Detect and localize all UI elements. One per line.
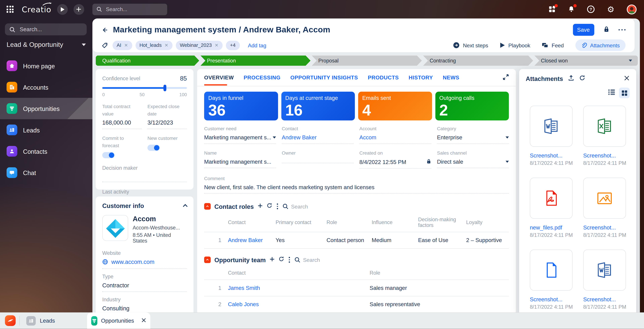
feed-button[interactable]: Feed [542, 42, 564, 48]
tab-history[interactable]: HISTORY [409, 74, 433, 85]
file-name-link[interactable]: Screenshot... [530, 153, 572, 159]
lock-icon[interactable] [603, 26, 609, 34]
contact-link[interactable]: Andrew Baker [228, 237, 276, 243]
customer-need-select[interactable]: Marketing management s... [204, 132, 276, 144]
contract-value-field[interactable]: 168,000.00 [102, 117, 142, 129]
collapse-section-icon[interactable] [204, 256, 211, 263]
metric-emails-sent[interactable]: Emails sent 4 [358, 92, 432, 120]
metric-outgoing-calls[interactable]: Outgoing calls 2 [435, 92, 509, 120]
add-tag-button[interactable]: Add tag [248, 42, 266, 48]
table-row[interactable]: 1 Andrew Baker Yes Contact person Medium… [204, 232, 509, 249]
creatio-taskbar-icon[interactable] [5, 315, 16, 326]
sidebar-search[interactable] [5, 24, 86, 36]
stage-qualification[interactable]: Qualification [96, 56, 199, 66]
remove-tag-icon[interactable]: ✕ [215, 43, 218, 48]
sales-channel-select[interactable]: Direct sale [437, 156, 509, 168]
contact-link[interactable]: James Smith [228, 285, 370, 291]
refresh-icon[interactable] [266, 203, 272, 210]
attachment-item[interactable]: Screenshot... 8/17/2022 4:11 PM [530, 250, 572, 310]
kebab-menu-icon[interactable] [289, 257, 290, 262]
app-launcher-icon[interactable] [549, 6, 556, 13]
metric-days-at-stage[interactable]: Days at current stage 16 [281, 92, 355, 120]
taskbar-tab-leads[interactable]: Leads [26, 312, 55, 329]
close-icon[interactable] [624, 75, 630, 82]
save-button[interactable]: Save [573, 24, 594, 36]
attachment-item[interactable]: Screenshot... 8/17/2022 4:11 PM [583, 178, 626, 238]
sidebar-item-opportunities[interactable]: Opportunities [0, 98, 92, 119]
expand-icon[interactable] [503, 74, 509, 82]
industry-field[interactable]: Consulting [102, 303, 187, 312]
add-icon[interactable] [270, 256, 275, 263]
attachment-item[interactable]: Screenshot... 8/17/2022 4:11 PM [583, 106, 626, 166]
generic-file-icon[interactable] [530, 250, 572, 291]
pdf-file-icon[interactable] [530, 178, 572, 219]
refresh-icon[interactable] [579, 75, 585, 83]
file-name-link[interactable]: new_files.pdf [530, 224, 572, 231]
word-file-icon[interactable] [583, 250, 626, 291]
image-file-icon[interactable] [583, 178, 626, 219]
playbook-button[interactable]: Playbook [500, 42, 530, 48]
settings-gear-icon[interactable]: ⚙ [607, 5, 614, 14]
new-customer-toggle[interactable] [148, 145, 160, 151]
section-search[interactable]: Search [294, 257, 320, 263]
slider-handle[interactable] [164, 85, 166, 91]
close-date-field[interactable]: 3/12/2023 [148, 117, 187, 129]
attachment-item[interactable]: new_files.pdf 8/17/2022 4:11 PM [530, 178, 572, 238]
file-name-link[interactable]: Screenshot... [530, 296, 572, 303]
upload-icon[interactable] [568, 75, 574, 83]
stage-presentation[interactable]: Presentation [200, 56, 310, 66]
attachment-item[interactable]: Screenshot... 8/17/2022 4:11 PM [530, 106, 572, 166]
category-select[interactable]: Enterprise [437, 132, 509, 144]
global-search-input[interactable] [105, 6, 158, 13]
help-icon[interactable]: ? [587, 5, 595, 13]
sidebar-item-home[interactable]: Home page [0, 55, 92, 76]
stage-proposal[interactable]: Proposal [312, 56, 422, 66]
tag-icon[interactable] [102, 42, 108, 49]
collapse-icon[interactable] [183, 204, 188, 209]
list-view-icon[interactable] [608, 89, 615, 97]
remove-tag-icon[interactable]: ✕ [124, 43, 128, 48]
stage-closed-won[interactable]: Closed won [534, 56, 638, 66]
taskbar-tab-opportunities[interactable]: Opportunities [87, 312, 150, 329]
tab-overview[interactable]: OVERVIEW [204, 74, 234, 85]
tab-opportunity-insights[interactable]: OPPORTUNITY INSIGHTS [290, 74, 358, 85]
table-row[interactable]: 2 Caleb Jones Sales representative [204, 296, 509, 312]
file-name-link[interactable]: Screenshot... [583, 153, 626, 159]
more-tags-pill[interactable]: +4 [226, 41, 240, 50]
contact-link[interactable]: Caleb Jones [228, 301, 370, 307]
chevron-down-icon[interactable] [629, 60, 632, 62]
tag-pill[interactable]: Webinar_2023✕ [176, 41, 222, 50]
grid-dots-icon[interactable] [6, 6, 14, 13]
tab-products[interactable]: PRODUCTS [368, 74, 399, 85]
global-search[interactable] [92, 4, 167, 15]
more-menu-icon[interactable] [618, 29, 626, 31]
website-link[interactable]: www.accom.com [102, 256, 187, 269]
attachments-button[interactable]: Attachments [575, 40, 626, 51]
refresh-icon[interactable] [278, 256, 284, 263]
collapse-section-icon[interactable] [204, 203, 211, 210]
close-tab-icon[interactable] [142, 317, 146, 324]
metric-days-in-funnel[interactable]: Days in funnel 36 [204, 92, 278, 120]
sidebar-item-leads[interactable]: Leads [0, 119, 92, 141]
file-name-link[interactable]: Screenshot... [583, 224, 626, 231]
table-row[interactable]: 1 James Smith Sales manager [204, 280, 509, 296]
grid-view-icon[interactable] [619, 88, 630, 98]
commit-forecast-toggle[interactable] [102, 152, 114, 158]
sidebar-item-contacts[interactable]: Contacts [0, 141, 92, 162]
next-steps-button[interactable]: Next steps [453, 42, 488, 49]
sidebar-search-input[interactable] [19, 26, 76, 33]
owner-field[interactable] [282, 156, 354, 163]
notifications-icon[interactable] [568, 6, 574, 13]
sidebar-item-accounts[interactable]: Accounts [0, 77, 92, 98]
contact-field[interactable]: Andrew Baker [282, 132, 354, 144]
file-name-link[interactable]: Screenshot... [583, 296, 626, 303]
tag-pill[interactable]: Hot_leads✕ [135, 41, 172, 50]
user-avatar[interactable] [627, 4, 636, 14]
comment-field[interactable]: New client, first sale. The client needs… [204, 182, 509, 194]
stage-contracting[interactable]: Contracting [423, 56, 533, 66]
sidebar-item-chat[interactable]: Chat [0, 162, 92, 183]
section-search[interactable]: Search [282, 203, 308, 209]
account-field[interactable]: Accom [360, 132, 431, 144]
word-file-icon[interactable] [530, 106, 572, 147]
add-icon[interactable] [258, 203, 263, 210]
